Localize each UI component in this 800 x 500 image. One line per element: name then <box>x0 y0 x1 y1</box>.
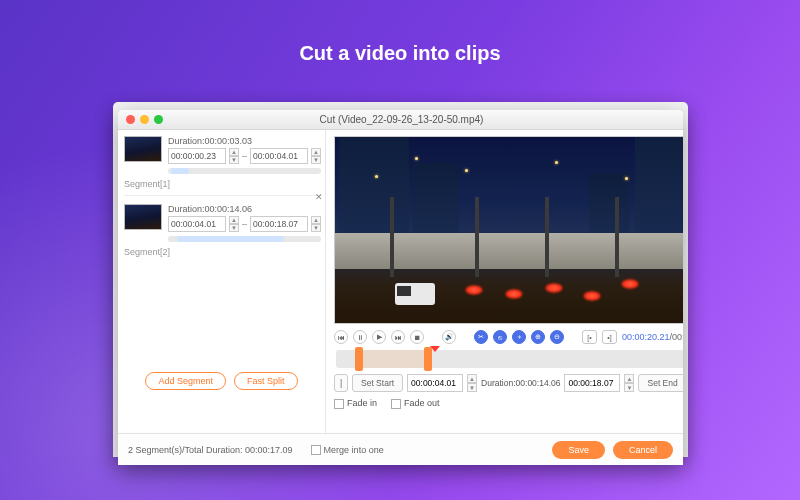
cancel-button[interactable]: Cancel <box>613 441 673 459</box>
preview-panel: ⏮ ⏸ ▶ ⏭ ⏹ 🔊 ✂ ⎋ ＋ ⊕ ⊖ [• •] 00:00:20.21/… <box>326 130 683 433</box>
bracket-out-button[interactable]: •] <box>602 330 617 344</box>
segment-thumbnail[interactable] <box>124 136 162 162</box>
segment-mini-slider[interactable] <box>168 168 321 174</box>
set-end-button[interactable]: Set End <box>638 374 683 392</box>
range-end-stepper[interactable]: ▲▼ <box>624 374 634 392</box>
time-readout: 00:00:20.21/00:01:18.21 <box>622 332 683 342</box>
timeline-play-cursor[interactable] <box>430 346 440 352</box>
timeline-handle-start[interactable] <box>355 347 363 371</box>
go-start-button[interactable]: | <box>334 374 348 392</box>
segment-end-stepper[interactable]: ▲▼ <box>311 148 321 164</box>
segment-end-input[interactable]: 00:00:04.01 <box>250 148 308 164</box>
segment-mini-slider[interactable] <box>168 236 321 242</box>
add-segment-button[interactable]: Add Segment <box>145 372 226 390</box>
marketing-tagline: Cut a video into clips <box>0 42 800 65</box>
segment-thumbnail[interactable] <box>124 204 162 230</box>
segments-panel: Duration:00:00:03.03 00:00:00.23 ▲▼ – 00… <box>118 130 326 433</box>
merge-checkbox[interactable]: Merge into one <box>311 445 384 455</box>
segment-name: Segment[2] <box>124 247 319 257</box>
video-preview[interactable] <box>334 136 683 324</box>
range-duration-label: Duration:00:00:14.06 <box>481 378 560 388</box>
fade-options: Fade in Fade out <box>334 392 683 409</box>
window-title: Cut (Video_22-09-26_13-20-50.mp4) <box>168 114 675 125</box>
segment-start-input[interactable]: 00:00:04.01 <box>168 216 226 232</box>
stop-button[interactable]: ⏹ <box>410 330 424 344</box>
range-dash: – <box>242 219 247 229</box>
segment-end-stepper[interactable]: ▲▼ <box>311 216 321 232</box>
bracket-in-button[interactable]: [• <box>582 330 597 344</box>
range-start-stepper[interactable]: ▲▼ <box>467 374 477 392</box>
zoom-in-button[interactable]: ⊕ <box>531 330 545 344</box>
range-dash: – <box>242 151 247 161</box>
window-minimize-button[interactable] <box>140 115 149 124</box>
segment-duration-label: Duration:00:00:14.06 <box>168 204 321 214</box>
timeline[interactable] <box>336 350 683 368</box>
segment-duration-label: Duration:00:00:03.03 <box>168 136 321 146</box>
segment-row[interactable]: Duration:00:00:14.06 00:00:04.01 ▲▼ – 00… <box>124 204 319 246</box>
window-close-button[interactable] <box>126 115 135 124</box>
segment-start-input[interactable]: 00:00:00.23 <box>168 148 226 164</box>
add-marker-button[interactable]: ＋ <box>512 330 526 344</box>
prev-frame-button[interactable]: ⏮ <box>334 330 348 344</box>
fade-out-checkbox[interactable]: Fade out <box>391 398 440 409</box>
volume-button[interactable]: 🔊 <box>442 330 456 344</box>
cut-window: Cut (Video_22-09-26_13-20-50.mp4) Durati… <box>118 110 683 465</box>
segment-row[interactable]: Duration:00:00:03.03 00:00:00.23 ▲▼ – 00… <box>124 136 319 178</box>
cut-tool-button[interactable]: ✂ <box>474 330 488 344</box>
segment-name: Segment[1] <box>124 179 319 189</box>
play-pause-button[interactable]: ⏸ <box>353 330 367 344</box>
segments-status: 2 Segment(s)/Total Duration: 00:00:17.09 <box>128 445 293 455</box>
titlebar[interactable]: Cut (Video_22-09-26_13-20-50.mp4) <box>118 110 683 130</box>
segment-start-stepper[interactable]: ▲▼ <box>229 148 239 164</box>
remove-segment-icon[interactable]: ✕ <box>315 192 323 202</box>
total-time: 00:01:18.21 <box>672 332 683 342</box>
range-start-input[interactable]: 00:00:04.01 <box>407 374 463 392</box>
playback-controls: ⏮ ⏸ ▶ ⏭ ⏹ 🔊 ✂ ⎋ ＋ ⊕ ⊖ [• •] 00:00:20.21/… <box>334 324 683 348</box>
footer-bar: 2 Segment(s)/Total Duration: 00:00:17.09… <box>118 433 683 465</box>
fast-split-button[interactable]: Fast Split <box>234 372 298 390</box>
range-end-input[interactable]: 00:00:18.07 <box>564 374 620 392</box>
timeline-selection[interactable] <box>359 350 428 368</box>
play-button[interactable]: ▶ <box>372 330 386 344</box>
segment-end-input[interactable]: 00:00:18.07 <box>250 216 308 232</box>
window-zoom-button[interactable] <box>154 115 163 124</box>
set-start-button[interactable]: Set Start <box>352 374 403 392</box>
save-button[interactable]: Save <box>552 441 605 459</box>
next-frame-button[interactable]: ⏭ <box>391 330 405 344</box>
fade-in-checkbox[interactable]: Fade in <box>334 398 377 409</box>
split-button[interactable]: ⎋ <box>493 330 507 344</box>
current-time: 00:00:20.21 <box>622 332 670 342</box>
segment-start-stepper[interactable]: ▲▼ <box>229 216 239 232</box>
zoom-out-button[interactable]: ⊖ <box>550 330 564 344</box>
